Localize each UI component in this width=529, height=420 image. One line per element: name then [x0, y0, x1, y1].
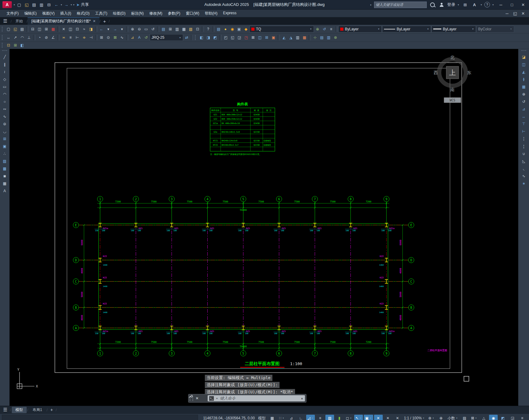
polyline-tool-icon[interactable]: ≀	[2, 69, 8, 75]
boundary-icon[interactable]: ▥	[294, 34, 301, 41]
stretch-tool-icon[interactable]: ↔	[521, 113, 527, 120]
app-caret-icon[interactable]: ▾	[480, 3, 483, 6]
menu-4[interactable]: 插入(I)	[57, 10, 74, 17]
tab-model[interactable]: 模型	[12, 407, 27, 413]
named-views-icon[interactable]: ▤	[319, 34, 325, 41]
tolerance-icon[interactable]: ⊞	[98, 34, 105, 41]
ucs-icon-btn[interactable]: ⊹	[312, 34, 318, 41]
render-icon[interactable]: ⊛	[332, 34, 339, 41]
rotate-block-icon[interactable]: ⊠	[250, 34, 256, 41]
file-tabs-menu-icon[interactable]: ☰	[0, 17, 11, 25]
dim-style-select[interactable]: JRQ-25▾	[150, 34, 183, 41]
tab-close-icon[interactable]: ✕	[93, 19, 96, 23]
export-dwf-icon[interactable]: ▦	[50, 26, 56, 32]
paste-icon[interactable]: ⊡	[74, 26, 81, 32]
ortho-mode-icon[interactable]: ∟	[297, 415, 305, 420]
join-tool-icon[interactable]: ∪	[521, 151, 527, 157]
toolbar-grip[interactable]	[195, 35, 197, 40]
quick-dim-icon[interactable]: ≍	[60, 34, 67, 41]
menu-13[interactable]: Express	[220, 10, 239, 17]
help-caret-icon[interactable]: ▾	[492, 3, 494, 6]
window-minimize-button[interactable]: ─	[496, 1, 505, 8]
isolate-objects-icon[interactable]: △	[479, 415, 488, 420]
qat-redo-caret-icon[interactable]: ▾	[70, 3, 73, 6]
layer-vp-freeze-icon[interactable]: ▣	[236, 26, 242, 32]
layer-unlock-icon[interactable]: ◆	[243, 26, 249, 32]
layer-select[interactable]: TQ▾	[249, 26, 314, 33]
block-editor-icon[interactable]: ◩	[212, 34, 218, 41]
menu-8[interactable]: 标注(N)	[128, 10, 147, 17]
qat-undo-icon[interactable]: ←	[53, 1, 60, 8]
dim-text-edit-icon[interactable]: A	[136, 34, 143, 41]
undo-icon[interactable]: ←	[98, 26, 105, 32]
tab-current-drawing[interactable]: [福建]某两层钢结构厂房结构设计图* ✕	[28, 17, 99, 25]
break-tool-icon[interactable]: ¦	[521, 143, 527, 149]
annotation-autoscale-icon[interactable]: ✕	[384, 415, 392, 420]
angular-dim-icon[interactable]: ∠	[50, 34, 56, 41]
object-snap-icon[interactable]: ▣▾	[364, 415, 373, 420]
menu-7[interactable]: 绘图(D)	[110, 10, 128, 17]
align-block-icon[interactable]: ▣	[270, 34, 277, 41]
mtext-tool-icon[interactable]: A	[2, 188, 8, 194]
qat-undo-caret-icon[interactable]: ▾	[60, 3, 63, 6]
qat-redo-icon[interactable]: →	[63, 1, 70, 8]
linetype-select[interactable]: ByLayer▾	[382, 26, 431, 33]
offset-tool-icon[interactable]: ≬	[521, 76, 527, 82]
diameter-dim-icon[interactable]: ⊘	[43, 34, 50, 41]
base-point-icon[interactable]: ◰	[223, 34, 229, 41]
qat-saveas-icon[interactable]: ▥	[38, 1, 45, 8]
undo-caret-icon[interactable]: ▾	[105, 26, 112, 32]
layer-properties-icon[interactable]: ▤	[215, 26, 222, 32]
autocad-logo[interactable]: A	[2, 1, 12, 8]
autodesk-app-icon[interactable]: A	[471, 1, 478, 8]
layer-thaw-sun-icon[interactable]: ◉	[229, 26, 236, 32]
print-icon[interactable]: ⊟	[29, 26, 36, 32]
flip-block-icon[interactable]: ◫	[257, 34, 263, 41]
menu-6[interactable]: 工具(T)	[92, 10, 110, 17]
transparency-icon[interactable]: ▨	[325, 415, 334, 420]
annotation-visibility-icon[interactable]: ✕	[374, 415, 383, 420]
revcloud-icon[interactable]: ∾	[2, 106, 8, 112]
redo-caret-icon[interactable]: ▾	[119, 26, 125, 32]
snap-mode-icon[interactable]: ∷▾	[277, 415, 286, 420]
dim-jogged-icon[interactable]: ∿	[119, 34, 125, 41]
annotation-objects-icon[interactable]: ✕	[393, 415, 402, 420]
xline-tool-icon[interactable]: ∥	[2, 61, 8, 68]
region-tool-icon[interactable]: ◙	[2, 173, 8, 179]
arc-length-dim-icon[interactable]: ◠	[19, 34, 25, 41]
pan-icon[interactable]: ⊕	[129, 26, 136, 32]
search-icon[interactable]	[429, 1, 436, 8]
toolbar-grip[interactable]	[2, 27, 4, 32]
mirror-tool-icon[interactable]: ◭	[521, 69, 527, 75]
blend-tool-icon[interactable]: ∿	[521, 173, 527, 179]
quick-properties-icon[interactable]: ▤	[460, 415, 469, 420]
search-collapse-icon[interactable]: ▸	[370, 3, 372, 6]
array-tool-icon[interactable]: ▦	[521, 84, 527, 90]
tab-start[interactable]: 开始	[12, 17, 27, 25]
signin-caret-icon[interactable]: ▾	[457, 3, 460, 6]
radius-dim-icon[interactable]: ◔	[36, 34, 43, 41]
workspace-switching-icon[interactable]: ⊛▾	[427, 415, 436, 420]
delete-block-icon[interactable]: ◳	[243, 34, 249, 41]
selection-cycling-icon[interactable]: ▮	[335, 415, 344, 420]
toolbar-grip[interactable]	[2, 43, 4, 48]
window-close-button[interactable]: ✕	[518, 1, 528, 8]
lineweight-select[interactable]: ByLayer▾	[431, 26, 476, 33]
layer-states-icon[interactable]: ≡	[328, 26, 334, 32]
properties-palette-icon[interactable]: ▤	[160, 26, 167, 32]
zoom-window-icon[interactable]: ▭	[143, 26, 149, 32]
command-expand-icon[interactable]: ▲	[301, 397, 303, 400]
insert-block-tool-icon[interactable]: ⊞	[2, 136, 8, 142]
make-object-layer-current-icon[interactable]: ⊕	[314, 26, 321, 32]
zoom-previous-icon[interactable]: ↺	[150, 26, 156, 32]
ellipse-arc-icon[interactable]: ◡	[2, 128, 8, 135]
open-file-icon[interactable]: ◱	[12, 26, 19, 32]
clean-screen-icon[interactable]: ◩	[499, 415, 507, 420]
lineweight-display-icon[interactable]: ≡	[316, 415, 324, 420]
designcenter-icon[interactable]: ⊞	[167, 26, 174, 32]
dim-space-icon[interactable]: ≑	[81, 34, 87, 41]
gradient-tool-icon[interactable]: ▩	[2, 166, 8, 172]
copy-block-icon[interactable]: ◲	[236, 34, 243, 41]
command-caret-icon[interactable]: ▾	[216, 397, 218, 400]
copy-tool-icon[interactable]: ◫	[521, 61, 527, 68]
